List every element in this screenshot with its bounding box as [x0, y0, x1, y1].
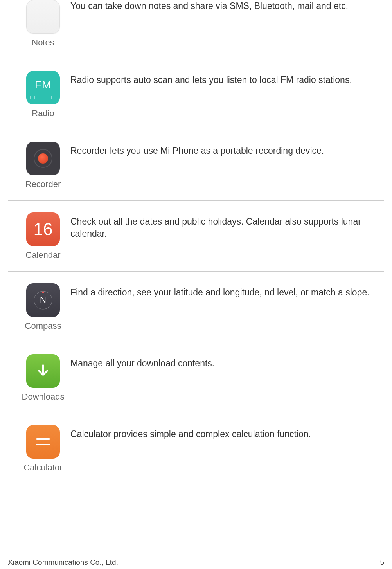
item-description: Find a direction, see your latitude and … [70, 283, 384, 299]
item-description: You can take down notes and share via SM… [70, 0, 384, 12]
icon-block: Notes [8, 0, 70, 48]
icon-block: FM Radio [8, 71, 70, 119]
calculator-icon [26, 425, 60, 459]
downloads-icon [26, 354, 60, 388]
item-description: Check out all the dates and public holid… [70, 212, 384, 240]
footer-page-number: 5 [380, 558, 384, 567]
radio-icon: FM [26, 71, 60, 104]
icon-label: Calendar [25, 250, 60, 260]
list-item-calendar: 16 Calendar Check out all the dates and … [8, 201, 384, 272]
icon-label: Radio [32, 108, 54, 119]
icon-label: Compass [25, 321, 61, 331]
item-description: Radio supports auto scan and lets you li… [70, 71, 384, 86]
list-item-recorder: Recorder Recorder lets you use Mi Phone … [8, 130, 384, 201]
calendar-number: 16 [34, 220, 53, 239]
item-description: Manage all your download contents. [70, 354, 384, 369]
list-item-calculator: Calculator Calculator provides simple an… [8, 413, 384, 484]
icon-block: 16 Calendar [8, 212, 70, 260]
icon-label: Notes [32, 38, 54, 48]
compass-icon: N [26, 283, 60, 317]
list-item-compass: N Compass Find a direction, see your lat… [8, 272, 384, 342]
icon-block: N Compass [8, 283, 70, 331]
svg-marker-2 [42, 290, 44, 293]
recorder-icon [26, 142, 60, 175]
calendar-icon: 16 [26, 212, 60, 246]
page-footer: Xiaomi Communications Co., Ltd. 5 [8, 558, 384, 567]
item-description: Calculator provides simple and complex c… [70, 425, 384, 440]
app-list: Notes You can take down notes and share … [0, 0, 392, 484]
icon-block: Downloads [8, 354, 70, 402]
footer-company: Xiaomi Communications Co., Ltd. [8, 558, 118, 567]
list-item-downloads: Downloads Manage all your download conte… [8, 342, 384, 413]
list-item-notes: Notes You can take down notes and share … [8, 0, 384, 59]
notes-icon [26, 0, 60, 34]
icon-block: Calculator [8, 425, 70, 473]
svg-text:N: N [40, 295, 46, 304]
icon-label: Downloads [22, 392, 65, 402]
icon-label: Calculator [23, 463, 62, 473]
radio-fm-text: FM [35, 79, 51, 91]
icon-block: Recorder [8, 142, 70, 189]
icon-label: Recorder [25, 179, 61, 189]
list-item-radio: FM Radio Radio supports auto scan and le… [8, 59, 384, 130]
item-description: Recorder lets you use Mi Phone as a port… [70, 142, 384, 157]
